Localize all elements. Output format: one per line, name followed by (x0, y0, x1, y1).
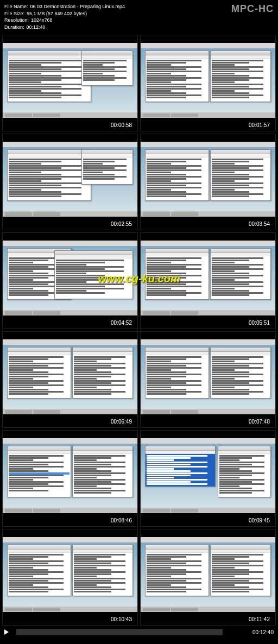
thumbnail-timestamp: 00:06:49 (109, 418, 134, 425)
app-name-label: MPC-HC (231, 3, 274, 15)
video-thumbnail[interactable]: 00:00:58 (2, 35, 138, 131)
window-titlebar (73, 348, 132, 352)
window-content (146, 454, 215, 487)
desktop-taskbar (141, 409, 275, 414)
window-titlebar (8, 348, 71, 352)
window-titlebar (82, 150, 132, 154)
thumbnail-timestamp: 00:11:42 (247, 616, 272, 623)
desktop-topbar (3, 438, 137, 444)
desktop-topbar (141, 142, 275, 147)
terminal-window (7, 347, 71, 399)
video-thumbnail[interactable]: 00:09:45 (140, 430, 276, 527)
window-content (211, 355, 270, 396)
terminal-window (7, 149, 91, 201)
taskbar-button (143, 509, 170, 513)
taskbar-button (33, 311, 60, 315)
desktop-taskbar (3, 409, 137, 414)
terminal-window (210, 248, 271, 300)
window-titlebar (211, 348, 270, 352)
terminal-window (145, 347, 209, 399)
window-titlebar (146, 545, 208, 550)
desktop-topbar (3, 241, 137, 246)
taskbar-button (33, 410, 60, 414)
taskbar-button (33, 212, 60, 216)
duration-value: 00:12:40 (27, 24, 46, 31)
taskbar-button (143, 212, 170, 216)
desktop-taskbar (141, 211, 275, 217)
video-thumbnail[interactable]: 00:07:48 (140, 331, 276, 428)
video-thumbnail[interactable]: 00:03:54 (140, 134, 276, 230)
window-titlebar (218, 446, 270, 451)
filesize-value: 55,1 MB (57 849 402 bytes) (27, 10, 87, 17)
desktop-topbar (141, 339, 275, 345)
filename-value: 06 03 Demonstration - Preparing Linux.mp… (30, 3, 125, 10)
video-thumbnail[interactable]: 00:06:49 (2, 331, 138, 428)
thumbnail-grid: 00:00:58 00:01:57 (0, 34, 278, 627)
window-content (146, 355, 208, 396)
window-content (82, 157, 132, 181)
video-thumbnail[interactable]: 00:08:46 (2, 430, 138, 527)
window-content (8, 355, 71, 396)
desktop-topbar (3, 537, 137, 542)
video-thumbnail[interactable]: 00:11:42 (140, 529, 276, 626)
window-titlebar (211, 249, 270, 253)
play-icon[interactable] (4, 629, 9, 635)
thumbnail-timestamp: 00:05:51 (247, 319, 272, 326)
progress-bar[interactable] (16, 629, 223, 635)
taskbar-button (143, 311, 170, 315)
taskbar-button (171, 212, 198, 216)
thumbnail-timestamp: 00:02:55 (109, 220, 134, 228)
taskbar-button (171, 509, 198, 513)
metadata-block: File Name: 06 03 Demonstration - Prepari… (4, 3, 125, 30)
filename-label: File Name: (4, 3, 28, 10)
thumbnail-timestamp: 00:03:54 (247, 220, 272, 228)
terminal-window (7, 545, 71, 596)
window-titlebar (146, 51, 208, 55)
resolution-label: Resolution: (4, 17, 29, 24)
desktop-taskbar (3, 310, 137, 315)
thumbnail-timestamp: 00:09:45 (247, 517, 272, 524)
thumbnail-timestamp: 00:07:48 (247, 418, 272, 425)
desktop-topbar (141, 43, 275, 48)
terminal-window (145, 446, 216, 487)
thumbnail-timestamp: 00:00:58 (109, 122, 134, 129)
terminal-window (145, 149, 209, 201)
terminal-window (72, 347, 133, 399)
desktop-topbar (141, 438, 275, 444)
video-thumbnail[interactable]: 00:10:43 (2, 529, 138, 626)
desktop-topbar (3, 339, 137, 345)
taskbar-button (5, 113, 32, 117)
taskbar-button (171, 608, 198, 611)
taskbar-button (5, 509, 32, 513)
window-content (8, 157, 91, 199)
taskbar-button (171, 410, 198, 414)
thumbnail-timestamp: 00:08:46 (109, 517, 134, 524)
terminal-window (81, 50, 133, 86)
desktop-taskbar (3, 607, 137, 612)
taskbar-button (143, 113, 170, 117)
window-content (211, 553, 270, 594)
desktop-topbar (3, 43, 137, 48)
window-content (8, 454, 71, 493)
terminal-window (210, 50, 271, 102)
window-titlebar (146, 348, 208, 352)
window-titlebar (146, 249, 208, 253)
window-content (73, 355, 132, 396)
total-time: 00:12:40 (252, 629, 274, 635)
terminal-window (81, 149, 133, 185)
terminal-window (218, 446, 271, 497)
video-thumbnail[interactable]: 00:02:55 (2, 134, 138, 230)
taskbar-button (33, 113, 60, 117)
window-titlebar (73, 446, 132, 451)
terminal-window (145, 50, 209, 102)
window-titlebar (211, 545, 270, 550)
terminal-window (72, 446, 133, 497)
taskbar-button (5, 410, 32, 414)
window-titlebar (55, 251, 132, 255)
window-titlebar (146, 150, 208, 154)
video-thumbnail[interactable]: 00:01:57 (140, 35, 276, 131)
window-content (146, 553, 208, 594)
desktop-taskbar (3, 112, 137, 118)
window-content (73, 553, 132, 594)
window-content (8, 553, 71, 594)
